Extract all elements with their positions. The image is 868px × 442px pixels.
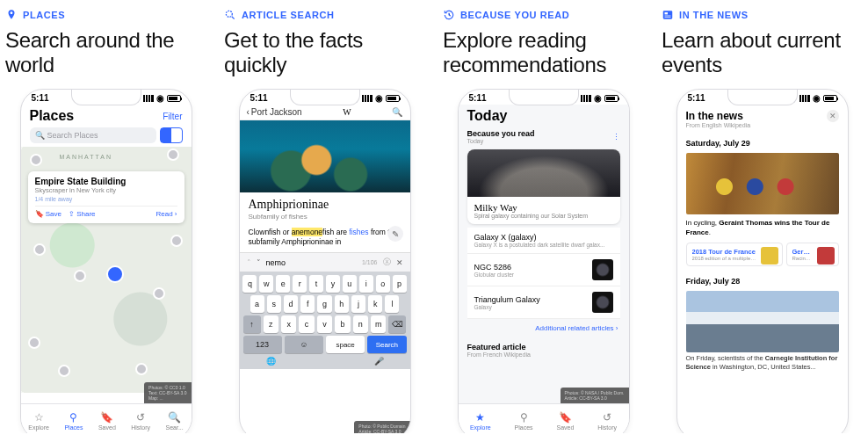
thumbnail	[817, 247, 835, 264]
search-input[interactable]: 🔍 Search Places	[30, 127, 156, 143]
place-callout[interactable]: Empire State Building Skyscraper in New …	[28, 171, 184, 223]
close-icon: ✕	[829, 112, 836, 120]
wifi-icon: ◉	[156, 93, 164, 103]
feature-card[interactable]: Milky Way Spiral galaxy containing our S…	[467, 149, 620, 224]
read-button[interactable]: Read ›	[156, 210, 177, 218]
history-icon: ↺	[136, 411, 145, 424]
related-card[interactable]: 2018 Tour de France 2018 edition of a mu…	[686, 243, 783, 266]
map[interactable]: MANHATTAN Empire State Building Skyscrap…	[21, 147, 192, 393]
date-header: Saturday, July 29	[677, 134, 848, 149]
featured-title: Featured article	[467, 343, 620, 351]
search-icon: 🔍	[35, 131, 45, 140]
page-title: Today	[459, 105, 629, 127]
tag-because-you-read: BECAUSE YOU READ	[443, 9, 644, 21]
map-label: MANHATTAN	[60, 154, 113, 160]
headline: Explore reading recommendations	[443, 28, 644, 76]
bookmark-icon: 🔖	[100, 411, 113, 424]
tag-in-the-news: IN THE NEWS	[662, 9, 863, 21]
tab-saved[interactable]: 🔖Saved	[556, 411, 574, 431]
tab-bar: ☆Explore ⚲Places 🔖Saved ↺History 🔍Sear..…	[21, 403, 192, 433]
tab-bar: ★Explore ⚲Places 🔖Saved ↺History	[459, 403, 629, 433]
wikipedia-logo-icon: W	[343, 107, 351, 117]
attribution: Photos: © NASA / Public Dom. Article: CC…	[561, 388, 629, 403]
news-image[interactable]	[686, 291, 839, 352]
pin-icon: ⚲	[69, 411, 77, 424]
tag-article-search: ARTICLE SEARCH	[224, 9, 425, 21]
search-icon[interactable]: 🔍	[392, 107, 402, 117]
bookmark-icon: 🔖	[559, 411, 572, 424]
emoji-key[interactable]: ☺	[285, 336, 323, 353]
signal-icon	[143, 95, 154, 102]
news-caption: In cycling, Geraint Thomas wins the Tour…	[677, 214, 848, 243]
save-button[interactable]: 🔖 Save	[35, 210, 61, 218]
numeric-key[interactable]: 123	[243, 336, 282, 353]
chevron-left-icon: ‹	[247, 107, 250, 117]
svg-point-0	[226, 11, 232, 17]
tab-places[interactable]: ⚲Places	[64, 411, 83, 431]
list-item[interactable]: NGC 5286Globular cluster	[467, 254, 620, 286]
back-button[interactable]: ‹Port Jackson	[247, 107, 302, 117]
search-key[interactable]: Search	[367, 336, 406, 353]
phone-mockup: 5:11 ◉ Today Because you read Today ⋮ Mi…	[458, 89, 630, 433]
space-key[interactable]: space	[326, 336, 365, 353]
share-button[interactable]: ⇪ Share	[69, 210, 96, 218]
close-icon[interactable]: ✕	[396, 258, 403, 267]
more-link[interactable]: Additional related articles ›	[459, 319, 629, 341]
search-article-icon	[224, 9, 236, 21]
mic-icon[interactable]: 🎤	[374, 357, 384, 366]
find-count: 1/106	[362, 259, 378, 265]
keyboard: qwertyuiop asdfghjkl ↑zxcvbnm⌫ 123 ☺ spa…	[240, 272, 410, 369]
history-icon	[443, 9, 455, 21]
svg-rect-2	[663, 11, 673, 18]
tab-explore[interactable]: ☆Explore	[28, 411, 49, 431]
tab-saved[interactable]: 🔖Saved	[98, 411, 116, 431]
headline: Get to the facts quickly	[224, 28, 425, 76]
star-icon: ☆	[34, 411, 44, 424]
phone-mockup: 5:11 ◉ In the news From English Wikipedi…	[676, 89, 849, 433]
article-body: ✎ Clownfish or anemonefish are fishes fr…	[240, 222, 410, 252]
filter-button[interactable]: Filter	[163, 112, 182, 121]
svg-rect-3	[665, 12, 669, 14]
svg-line-1	[232, 17, 235, 19]
article-hero-image[interactable]	[240, 120, 410, 192]
tab-search[interactable]: 🔍Sear...	[166, 411, 184, 431]
headline: Learn about current events	[662, 28, 863, 76]
chevron-down-icon[interactable]: ˅	[257, 258, 261, 267]
more-icon[interactable]: ⋮	[612, 133, 620, 141]
shift-key[interactable]: ↑	[243, 315, 261, 333]
news-image[interactable]	[686, 153, 839, 214]
list-item[interactable]: Triangulum GalaxyGalaxy	[467, 286, 620, 319]
card-image	[467, 149, 620, 197]
tab-history[interactable]: ↺History	[597, 411, 617, 431]
attribution: Photos: © CC0 1.0 Text: CC-BY-SA 3.0 Map…	[144, 382, 191, 403]
find-bar: ˄ ˅ nemo 1/106 ⓧ ✕	[240, 252, 410, 272]
pin-icon: ⚲	[520, 411, 528, 424]
close-button[interactable]: ✕	[827, 110, 839, 122]
svg-rect-4	[665, 16, 671, 17]
clear-icon[interactable]: ⓧ	[383, 257, 391, 268]
edit-button[interactable]: ✎	[387, 226, 403, 242]
search-icon: 🔍	[168, 411, 181, 424]
key[interactable]: q	[242, 275, 257, 293]
find-input[interactable]: nemo	[266, 258, 357, 267]
tab-history[interactable]: ↺History	[131, 411, 150, 431]
link-fishes[interactable]: fishes	[349, 228, 368, 236]
star-icon: ★	[475, 411, 485, 424]
headline: Search around the world	[5, 28, 206, 76]
tab-explore[interactable]: ★Explore	[470, 411, 491, 431]
list-item[interactable]: Galaxy X (galaxy)Galaxy X is a postulate…	[467, 228, 620, 254]
related-card[interactable]: Geraint Tho Racing cyclist	[786, 243, 839, 266]
page-title: In the news	[686, 110, 751, 122]
news-body: On Friday, scientists of the Carnegie In…	[677, 352, 848, 374]
globe-icon[interactable]: 🌐	[266, 357, 276, 366]
page-title: Places	[30, 108, 75, 124]
layout-toggle[interactable]	[160, 127, 183, 143]
backspace-key[interactable]: ⌫	[388, 315, 406, 333]
attribution: Photo: © Public Domain Article: CC-BY-SA…	[354, 421, 409, 433]
chevron-up-icon[interactable]: ˄	[247, 258, 251, 267]
tab-places[interactable]: ⚲Places	[515, 411, 533, 431]
news-icon	[662, 9, 674, 21]
battery-icon	[167, 95, 181, 102]
thumbnail	[592, 292, 613, 313]
date-header: Friday, July 28	[677, 272, 848, 287]
